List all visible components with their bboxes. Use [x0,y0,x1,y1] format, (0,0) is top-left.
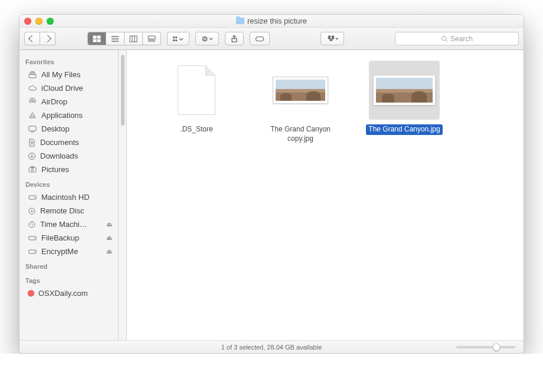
all-my-files-icon [28,71,37,79]
file-area[interactable]: .DS_Store The Grand Canyon copy.jpg The … [127,50,524,340]
minimize-icon[interactable] [35,18,42,25]
action-button[interactable] [195,32,219,45]
hdd-icon [28,235,37,242]
sidebar-item-label: Remote Disc [40,206,112,215]
svg-rect-10 [148,36,155,39]
svg-rect-42 [29,126,36,131]
scroll-thumb[interactable] [121,55,125,126]
search-placeholder: Search [450,35,473,43]
svg-rect-16 [175,39,177,41]
desktop-icon [28,125,37,133]
sidebar-item-pictures[interactable]: Pictures [19,163,118,176]
close-icon[interactable] [24,18,31,25]
svg-marker-32 [328,37,331,39]
tags-button[interactable] [250,32,270,45]
zoom-icon[interactable] [47,18,54,25]
titlebar: resize this picture [19,15,524,28]
icon-view-button[interactable] [87,32,106,45]
svg-line-23 [203,37,204,37]
arrange-button[interactable] [167,32,189,45]
sidebar-item-label: All My Files [41,70,112,79]
dropbox-button[interactable] [320,32,344,45]
finder-window: resize this picture [19,14,524,354]
sidebar-scrollbar[interactable] [119,50,127,340]
sidebar-item-filebackup[interactable]: FileBackup ⏏ [19,231,118,245]
list-icon [111,35,119,42]
svg-rect-29 [256,37,264,41]
eject-icon[interactable]: ⏏ [106,220,112,228]
sidebar-item-airdrop[interactable]: AirDrop [19,95,118,108]
svg-line-26 [206,37,207,37]
status-text: 1 of 3 selected, 28.04 GB available [221,344,322,351]
sidebar-item-encryptme[interactable]: EncryptMe ⏏ [19,245,118,258]
svg-point-55 [31,210,32,211]
svg-point-40 [32,100,34,102]
gear-icon [201,35,214,42]
column-view-button[interactable] [125,32,143,45]
svg-rect-13 [173,37,175,38]
search-icon [441,35,448,42]
svg-rect-2 [93,39,96,42]
sidebar-item-label: Macintosh HD [41,193,112,202]
svg-point-35 [441,36,446,40]
sidebar[interactable]: Favorites All My Files iCloud Drive AirD… [19,50,119,340]
svg-line-25 [203,40,204,41]
slider-knob[interactable] [493,343,501,351]
sidebar-header-favorites: Favorites [19,54,118,68]
sidebar-item-label: AirDrop [41,97,112,106]
svg-rect-1 [97,36,100,38]
file-thumb [161,61,232,120]
file-item[interactable]: The Grand Canyon copy.jpg [260,61,341,144]
sidebar-item-label: EncryptMe [41,247,102,256]
sidebar-item-tag[interactable]: OSXDaily.com [19,286,118,300]
sidebar-item-icloud[interactable]: iCloud Drive [19,81,118,95]
eject-icon[interactable]: ⏏ [106,234,112,242]
back-button[interactable] [24,32,40,45]
sidebar-header-shared: Shared [19,258,118,272]
svg-point-54 [29,208,35,214]
tag-dot-icon [28,290,34,297]
sidebar-header-devices: Devices [19,176,118,190]
pictures-icon [28,166,37,173]
forward-button[interactable] [40,32,55,45]
sidebar-item-desktop[interactable]: Desktop [19,122,118,136]
cloud-icon [28,85,37,92]
document-icon [178,65,215,115]
sidebar-item-remote-disc[interactable]: Remote Disc [19,204,118,218]
file-label: .DS_Store [178,124,215,135]
sidebar-item-label: Downloads [40,151,112,160]
icon-size-slider[interactable] [456,346,515,348]
sidebar-item-all-my-files[interactable]: All My Files [19,68,118,81]
share-button[interactable] [225,32,244,45]
svg-rect-15 [173,39,175,41]
file-grid: .DS_Store The Grand Canyon copy.jpg The … [139,61,512,144]
svg-point-18 [204,38,205,39]
sidebar-item-label: Applications [41,111,112,120]
view-mode-group [87,32,161,45]
applications-icon [28,111,37,120]
file-thumb [369,61,440,120]
svg-rect-14 [175,37,177,38]
sidebar-item-documents[interactable]: Documents [19,136,118,149]
disc-icon [28,207,36,215]
tag-icon [255,35,264,42]
sidebar-item-macintosh-hd[interactable]: Macintosh HD [19,190,118,204]
sidebar-item-time-machine[interactable]: Time Machi… ⏏ [19,218,118,231]
svg-point-60 [34,251,35,252]
sidebar-item-label: FileBackup [41,233,102,242]
sidebar-item-applications[interactable]: Applications [19,108,118,122]
status-bar: 1 of 3 selected, 28.04 GB available [19,340,524,353]
search-input[interactable]: Search [395,32,519,45]
eject-icon[interactable]: ⏏ [106,248,112,255]
file-item[interactable]: .DS_Store [156,61,237,135]
coverflow-icon [148,35,156,42]
coverflow-view-button[interactable] [143,32,161,45]
list-view-button[interactable] [106,32,125,45]
sidebar-item-downloads[interactable]: Downloads [19,149,118,163]
arrange-group [167,32,189,45]
svg-rect-0 [93,36,96,38]
hdd-icon [28,248,37,255]
file-item[interactable]: The Grand Canyon.jpg [364,61,444,135]
window-title: resize this picture [19,17,524,25]
svg-line-36 [446,40,447,42]
